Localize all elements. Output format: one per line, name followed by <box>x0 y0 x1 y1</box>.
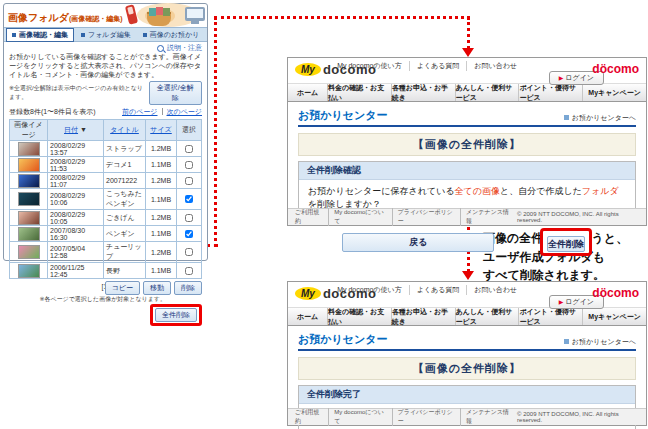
footer-link-terms[interactable]: ご利用規約 <box>295 208 328 226</box>
square-bullet-icon <box>12 33 16 37</box>
square-bullet-icon <box>564 115 569 120</box>
arrow-right-icon: ▶ <box>559 75 564 81</box>
image-thumbnail[interactable] <box>18 227 40 241</box>
square-bullet-icon <box>81 33 85 37</box>
footer-link-terms[interactable]: ご利用規約 <box>295 408 328 426</box>
footer-link-maintenance[interactable]: メンテナンス情報 <box>460 208 517 226</box>
nav-my-campaign[interactable]: Myキャンペーン <box>582 84 646 101</box>
table-row: 2006/11/25 12:45長野 1.1MB <box>10 263 202 279</box>
page-title: 画像フォルダ(画像確認・編集) <box>8 12 123 23</box>
column-title-sort[interactable]: タイトル <box>104 120 146 141</box>
column-image: 画像イメージ <box>10 120 48 141</box>
nav-point-services[interactable]: ポイント・優待サービス <box>518 308 582 325</box>
column-select: 選択 <box>177 120 202 141</box>
image-thumbnail[interactable] <box>18 142 40 156</box>
select-checkbox[interactable] <box>185 230 193 238</box>
nav-safety-services[interactable]: あんしん・便利サービス <box>455 84 519 101</box>
select-checkbox[interactable] <box>185 145 193 153</box>
image-folder-window: 画像フォルダ(画像確認・編集) 画像確認・編集 フォルダ編集 画像のお預かり 説… <box>3 3 208 261</box>
tab-image-storage[interactable]: 画像のお預かり <box>138 29 205 41</box>
link-faq[interactable]: よくある質問 <box>409 285 467 295</box>
copyright: © 2009 NTT DOCOMO, INC. All rights reser… <box>517 211 639 223</box>
image-folder-body: 説明・注意 お預かりしている画像を確認することができます。画像イメージをクリック… <box>4 42 207 326</box>
basket-icon <box>147 12 171 26</box>
confirm-content: お預かりセンター お預かりセンターへ 【画像の全件削除】 全件削除確認 お預かり… <box>288 102 646 256</box>
select-checkbox[interactable] <box>185 248 193 256</box>
copy-button[interactable]: コピー <box>105 281 140 295</box>
square-bullet-icon <box>564 339 569 344</box>
storage-center-link[interactable]: お預かりセンターへ <box>564 113 636 123</box>
nav-my-campaign[interactable]: Myキャンペーン <box>582 308 646 325</box>
back-button[interactable]: 戻る <box>342 233 494 252</box>
connector-horizontal-top <box>214 16 470 19</box>
footer-link-about[interactable]: My docomoについて <box>328 208 391 226</box>
nav-home[interactable]: ホーム <box>288 84 327 101</box>
select-checkbox[interactable] <box>185 267 193 275</box>
delete-button[interactable]: 削除 <box>174 281 202 295</box>
docomo-logo: döcomo <box>592 286 639 300</box>
section-title: お預かりセンター <box>298 108 388 123</box>
select-checkbox[interactable] <box>185 195 193 203</box>
global-nav: ホーム 料金の確認・お支払い 各種お申込・お手続き あんしん・便利サービス ポイ… <box>288 84 646 102</box>
table-row: 2008/02/29 10:05ごきげん 1.2MB <box>10 210 202 226</box>
footer-link-privacy[interactable]: プライバシーポリシー <box>392 408 460 426</box>
table-row: 2007/05/04 12:58チューリップ 1.2MB <box>10 242 202 263</box>
link-contact[interactable]: お問い合わせ <box>466 61 524 71</box>
page-banner: 【画像の全件削除】 <box>298 133 636 156</box>
nav-point-services[interactable]: ポイント・優待サービス <box>518 84 582 101</box>
next-page-link[interactable]: 次のページ <box>162 108 203 115</box>
folder-tabs: 画像確認・編集 フォルダ編集 画像のお預かり <box>4 27 207 42</box>
nav-procedures[interactable]: 各種お申込・お手続き <box>391 308 455 325</box>
select-all-toggle-button[interactable]: 全選択/全解除 <box>149 81 202 105</box>
nav-safety-services[interactable]: あんしん・便利サービス <box>455 308 519 325</box>
magnifier-icon <box>157 45 164 52</box>
footer-link-privacy[interactable]: プライバシーポリシー <box>392 208 460 226</box>
highlight-box: 全件削除 <box>540 228 592 256</box>
header-links: My docomoの使い方 よくある質問 お問い合わせ <box>330 285 524 295</box>
link-contact[interactable]: お問い合わせ <box>466 285 524 295</box>
record-count: 登録数8件(1〜8件目を表示) <box>9 107 96 117</box>
nav-home[interactable]: ホーム <box>288 308 327 325</box>
delete-all-button[interactable]: 全件削除 <box>155 308 197 322</box>
column-date-sort[interactable]: 日付 ▼ <box>48 120 104 141</box>
arrow-down-icon <box>462 271 474 280</box>
storage-center-link[interactable]: お預かりセンターへ <box>564 337 636 347</box>
nav-billing[interactable]: 料金の確認・お支払い <box>327 308 391 325</box>
prev-page-link[interactable]: 前のページ <box>122 108 158 115</box>
nav-procedures[interactable]: 各種お申込・お手続き <box>391 84 455 101</box>
tab-folder-edit[interactable]: フォルダ編集 <box>76 29 136 41</box>
link-how-to-use[interactable]: My docomoの使い方 <box>330 61 409 71</box>
mydocomo-header: Mydocomo My docomoの使い方 よくある質問 お問い合わせ ▶ログ… <box>288 282 646 308</box>
mydocomo-confirm-window: Mydocomo My docomoの使い方 よくある質問 お問い合わせ ▶ログ… <box>287 57 647 226</box>
footer-link-maintenance[interactable]: メンテナンス情報 <box>460 408 517 426</box>
footer-link-about[interactable]: My docomoについて <box>328 408 391 426</box>
square-bullet-icon <box>143 33 147 37</box>
highlight-box: 全件削除 <box>150 304 202 326</box>
delete-all-confirm-button[interactable]: 全件削除 <box>547 236 585 252</box>
select-checkbox[interactable] <box>185 177 193 185</box>
move-button[interactable]: 移動 <box>143 281 171 295</box>
tab-image-confirm-edit[interactable]: 画像確認・編集 <box>6 28 74 42</box>
nav-billing[interactable]: 料金の確認・お支払い <box>327 84 391 101</box>
footer: ご利用規約 My docomoについて プライバシーポリシー メンテナンス情報 … <box>288 208 646 225</box>
column-size-sort[interactable]: サイズ <box>146 120 177 141</box>
page-banner: 【画像の全件削除】 <box>298 357 636 380</box>
select-checkbox[interactable] <box>185 161 193 169</box>
screenshot-canvas: 画像の全件削除を行うと、 ユーザ作成フォルダも すべて削除されます。 画像フォル… <box>0 0 648 429</box>
header-links: My docomoの使い方 よくある質問 お問い合わせ <box>330 61 524 71</box>
phone-basket-pc-illustration-icon <box>123 4 205 26</box>
image-folder-header: 画像フォルダ(画像確認・編集) <box>4 4 207 27</box>
computer-icon <box>185 7 205 21</box>
link-how-to-use[interactable]: My docomoの使い方 <box>330 285 409 295</box>
image-thumbnail[interactable] <box>18 245 40 259</box>
image-thumbnail[interactable] <box>18 211 40 225</box>
select-checkbox[interactable] <box>185 214 193 222</box>
image-thumbnail[interactable] <box>18 158 40 172</box>
link-faq[interactable]: よくある質問 <box>409 61 467 71</box>
image-thumbnail[interactable] <box>18 174 40 188</box>
phone-icon <box>125 4 138 25</box>
help-link[interactable]: 説明・注意 <box>9 43 202 52</box>
image-thumbnail[interactable] <box>18 192 40 206</box>
sort-desc-icon: ▼ <box>80 126 87 133</box>
image-thumbnail[interactable] <box>18 264 40 278</box>
